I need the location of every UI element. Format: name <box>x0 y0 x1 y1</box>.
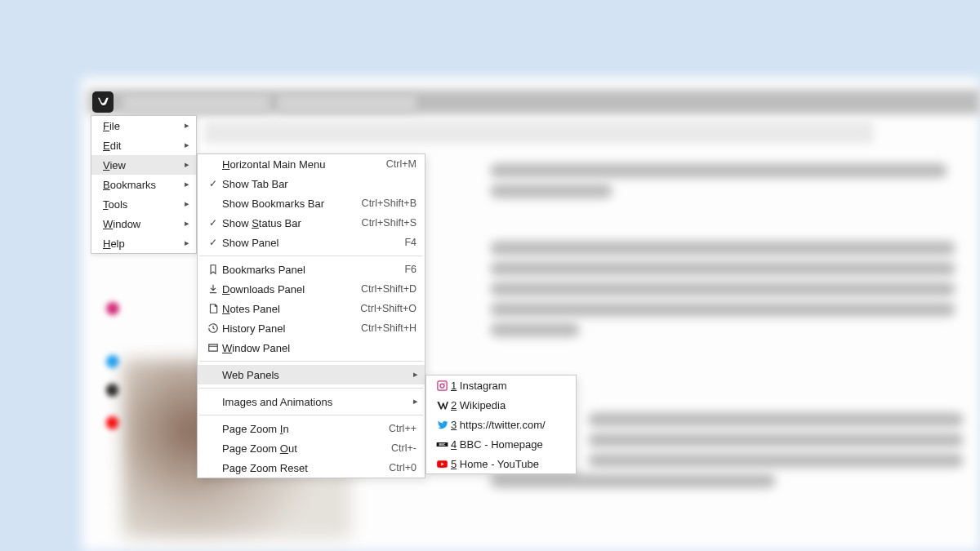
shortcut-label: Ctrl+Shift+S <box>354 217 416 229</box>
text-blur <box>490 302 956 317</box>
menu-label: 4 BBC - Homepage <box>451 438 568 451</box>
main-menu-item-window[interactable]: Window▸ <box>91 214 196 233</box>
chevron-right-icon: ▸ <box>185 218 189 229</box>
text-blur <box>588 433 964 447</box>
view-menu-item[interactable]: Images and Animations▸ <box>198 392 425 411</box>
checkmark-icon <box>204 217 222 229</box>
web-panel-item[interactable]: 1 Instagram <box>426 375 576 395</box>
menu-label: Bookmarks Panel <box>222 264 396 276</box>
text-blur <box>490 322 580 337</box>
text-blur <box>490 184 612 198</box>
checkmark-icon <box>204 237 222 248</box>
note-icon <box>204 303 222 314</box>
shortcut-label: F4 <box>396 237 416 248</box>
view-menu-item[interactable]: Notes PanelCtrl+Shift+O <box>198 299 425 318</box>
shortcut-label: Ctrl+0 <box>381 462 416 473</box>
text-blur <box>490 261 956 276</box>
view-menu-item[interactable]: Window Panel <box>198 338 425 358</box>
menu-separator <box>199 388 423 389</box>
chevron-right-icon: ▸ <box>185 120 189 131</box>
tab-blur <box>122 95 270 113</box>
main-menu-item-view[interactable]: View▸ <box>91 155 196 175</box>
svg-text:BBC: BBC <box>439 443 445 447</box>
view-menu-item[interactable]: Show Bookmarks BarCtrl+Shift+B <box>198 193 425 213</box>
menu-label: Page Zoom Reset <box>222 462 381 474</box>
menu-separator <box>199 361 423 362</box>
shortcut-label: Ctrl+Shift+D <box>353 283 416 295</box>
view-menu-item[interactable]: Bookmarks PanelF6 <box>198 260 425 279</box>
shortcut-label: F6 <box>396 264 416 275</box>
side-icon-blur <box>106 384 119 397</box>
view-menu-item[interactable]: Downloads PanelCtrl+Shift+D <box>198 279 425 299</box>
shortcut-label: Ctrl+M <box>378 158 416 170</box>
bbc-icon: BBC <box>433 438 451 451</box>
shortcut-label: Ctrl+Shift+B <box>354 198 416 209</box>
main-menu-item-file[interactable]: File▸ <box>91 116 196 136</box>
menu-label: Bookmarks <box>103 179 189 191</box>
menu-label: View <box>103 159 189 171</box>
checkmark-icon <box>204 178 222 189</box>
youtube-icon <box>433 458 451 470</box>
web-panel-item[interactable]: 3 https://twitter.com/ <box>426 415 576 434</box>
menu-label: Window <box>103 218 189 230</box>
vivaldi-icon <box>96 95 110 109</box>
main-menu-item-help[interactable]: Help▸ <box>91 233 196 253</box>
menu-label: Horizontal Main Menu <box>222 158 378 171</box>
menu-label: History Panel <box>222 322 353 335</box>
view-menu-item[interactable]: Page Zoom InCtrl++ <box>198 419 425 438</box>
menu-separator <box>199 415 423 415</box>
chevron-right-icon: ▸ <box>413 396 418 407</box>
chevron-right-icon: ▸ <box>413 369 418 380</box>
view-menu-item[interactable]: Show PanelF4 <box>198 233 425 252</box>
web-panel-item[interactable]: 5 Home - YouTube <box>426 454 576 473</box>
main-menu-item-tools[interactable]: Tools▸ <box>91 194 196 214</box>
web-panels-submenu: 1 Instagram2 Wikipedia3 https://twitter.… <box>425 375 577 474</box>
wikipedia-icon <box>433 399 451 411</box>
menu-label: Tools <box>103 198 189 211</box>
main-menu-item-bookmarks[interactable]: Bookmarks▸ <box>91 175 196 194</box>
shortcut-label: Ctrl+Shift+O <box>352 303 416 314</box>
web-panel-item[interactable]: 2 Wikipedia <box>426 395 576 415</box>
menu-label: Show Status Bar <box>222 217 354 229</box>
menu-label: Edit <box>103 140 189 152</box>
chevron-right-icon: ▸ <box>185 159 189 170</box>
menu-label: 2 Wikipedia <box>451 399 568 411</box>
view-menu-item[interactable]: Web Panels▸ <box>198 365 425 384</box>
text-blur <box>588 453 964 468</box>
menu-label: Downloads Panel <box>222 283 353 295</box>
menu-label: File <box>103 120 189 132</box>
menu-label: Show Tab Bar <box>222 178 416 190</box>
text-blur <box>588 412 964 427</box>
view-menu-item[interactable]: Page Zoom ResetCtrl+0 <box>198 458 425 478</box>
view-menu-item[interactable]: Horizontal Main MenuCtrl+M <box>198 154 425 174</box>
twitter-icon <box>433 419 451 431</box>
menu-label: Images and Animations <box>222 396 416 408</box>
menu-label: 5 Home - YouTube <box>451 458 568 470</box>
text-blur <box>490 241 956 256</box>
menu-label: 1 Instagram <box>451 380 568 392</box>
chevron-right-icon: ▸ <box>185 179 189 189</box>
text-blur <box>490 163 947 178</box>
tab-blur <box>278 95 416 113</box>
instagram-icon <box>433 380 451 392</box>
view-menu-item[interactable]: Page Zoom OutCtrl+- <box>198 438 425 458</box>
chevron-right-icon: ▸ <box>185 198 189 209</box>
view-menu-item[interactable]: Show Status BarCtrl+Shift+S <box>198 213 425 233</box>
menu-label: Window Panel <box>222 342 416 354</box>
menu-label: Page Zoom Out <box>222 442 383 455</box>
side-icon-blur <box>106 355 119 368</box>
side-icon-blur <box>106 302 119 315</box>
view-menu-item[interactable]: History PanelCtrl+Shift+H <box>198 318 425 338</box>
menu-label: Show Bookmarks Bar <box>222 198 354 210</box>
main-menu-item-edit[interactable]: Edit▸ <box>91 136 196 155</box>
view-submenu: Horizontal Main MenuCtrl+MShow Tab BarSh… <box>197 153 425 478</box>
vivaldi-menu-button[interactable] <box>92 91 114 113</box>
menu-label: 3 https://twitter.com/ <box>451 419 568 431</box>
menu-label: Web Panels <box>222 369 416 381</box>
chevron-right-icon: ▸ <box>185 238 189 248</box>
web-panel-item[interactable]: BBC4 BBC - Homepage <box>426 434 576 454</box>
side-icon-blur <box>106 416 119 429</box>
view-menu-item[interactable]: Show Tab Bar <box>198 174 425 193</box>
text-blur <box>490 473 776 488</box>
text-blur <box>490 282 956 296</box>
